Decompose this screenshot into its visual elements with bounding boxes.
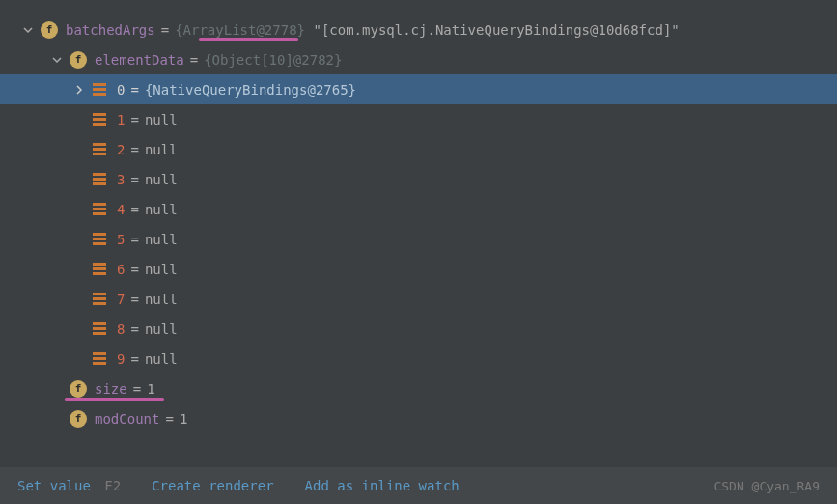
array-element[interactable]: 2 = null <box>0 134 837 164</box>
variable-name: batchedArgs <box>66 22 155 38</box>
equals-sign: = <box>190 52 198 68</box>
array-icon <box>92 350 107 368</box>
equals-sign: = <box>130 142 138 157</box>
set-value-action[interactable]: Set value F2 <box>17 478 121 493</box>
variable-row-modcount[interactable]: · f modCount = 1 <box>0 404 837 434</box>
array-icon <box>92 111 107 128</box>
array-element[interactable]: 5 = null <box>0 224 837 254</box>
equals-sign: = <box>130 202 138 217</box>
null-value: null <box>145 351 178 367</box>
array-icon <box>92 321 107 338</box>
equals-sign: = <box>130 172 138 187</box>
equals-sign: = <box>130 322 138 337</box>
array-index: 8 <box>117 322 125 337</box>
null-value: null <box>145 232 178 247</box>
variable-value: "[com.mysql.cj.NativeQueryBindings@10d68… <box>313 22 679 38</box>
variable-name: elementData <box>95 52 184 68</box>
array-index: 1 <box>117 112 125 127</box>
array-index: 2 <box>117 142 125 157</box>
array-index: 0 <box>117 82 125 98</box>
variable-row-batchedargs[interactable]: f batchedArgs = {ArrayList@2778} "[com.m… <box>0 14 837 44</box>
action-label: Set value <box>17 478 91 493</box>
object-reference: {NativeQueryBindings@2765} <box>145 82 356 98</box>
create-renderer-action[interactable]: Create renderer <box>152 478 273 493</box>
array-element[interactable]: 9 = null <box>0 344 837 374</box>
null-value: null <box>145 172 178 187</box>
shortcut-key: F2 <box>104 478 121 493</box>
object-reference: {ArrayList@2778} <box>175 22 305 38</box>
highlight-underline <box>65 398 164 401</box>
array-index: 6 <box>117 262 125 277</box>
array-icon <box>92 171 107 188</box>
object-reference: {Object[10]@2782} <box>204 52 342 68</box>
array-element-0[interactable]: 0 = {NativeQueryBindings@2765} <box>0 74 837 104</box>
array-icon <box>92 141 107 158</box>
equals-sign: = <box>130 232 138 247</box>
chevron-right-icon[interactable] <box>70 81 88 98</box>
null-value: null <box>145 262 178 277</box>
field-icon: f <box>41 21 58 39</box>
chevron-down-icon[interactable] <box>48 51 66 69</box>
array-element[interactable]: 8 = null <box>0 314 837 344</box>
debug-actions-bar: Set value F2 Create renderer Add as inli… <box>0 467 837 504</box>
variable-name: modCount <box>95 411 159 427</box>
array-index: 9 <box>117 351 125 367</box>
variable-value: 1 <box>147 381 154 397</box>
debug-variables-tree[interactable]: f batchedArgs = {ArrayList@2778} "[com.m… <box>0 0 837 434</box>
array-element[interactable]: 4 = null <box>0 194 837 224</box>
array-element[interactable]: 3 = null <box>0 164 837 194</box>
field-icon: f <box>70 410 87 428</box>
equals-sign: = <box>130 82 138 98</box>
equals-sign: = <box>133 381 141 397</box>
null-value: null <box>145 292 178 307</box>
null-value: null <box>145 112 178 127</box>
array-icon <box>92 201 107 218</box>
array-element[interactable]: 6 = null <box>0 254 837 284</box>
field-icon: f <box>70 51 87 69</box>
field-icon: f <box>70 380 87 398</box>
equals-sign: = <box>165 411 173 427</box>
array-index: 3 <box>117 172 125 187</box>
equals-sign: = <box>130 351 138 367</box>
array-icon <box>92 291 107 308</box>
array-icon <box>92 261 107 278</box>
array-index: 7 <box>117 292 125 307</box>
equals-sign: = <box>130 262 138 277</box>
add-inline-watch-action[interactable]: Add as inline watch <box>305 478 460 493</box>
null-value: null <box>145 322 178 337</box>
watermark-text: CSDN @Cyan_RA9 <box>713 479 820 493</box>
highlight-underline <box>199 38 298 41</box>
null-value: null <box>145 202 178 217</box>
array-index: 4 <box>117 202 125 217</box>
chevron-down-icon[interactable] <box>19 21 37 39</box>
array-icon <box>92 231 107 248</box>
variable-row-elementdata[interactable]: f elementData = {Object[10]@2782} <box>0 44 837 74</box>
equals-sign: = <box>130 292 138 307</box>
null-value: null <box>145 142 178 157</box>
equals-sign: = <box>161 22 169 38</box>
variable-name: size <box>95 381 127 397</box>
variable-value: 1 <box>180 411 187 427</box>
array-element[interactable]: 7 = null <box>0 284 837 314</box>
equals-sign: = <box>130 112 138 127</box>
array-icon <box>92 81 107 98</box>
array-index: 5 <box>117 232 125 247</box>
array-element[interactable]: 1 = null <box>0 104 837 134</box>
